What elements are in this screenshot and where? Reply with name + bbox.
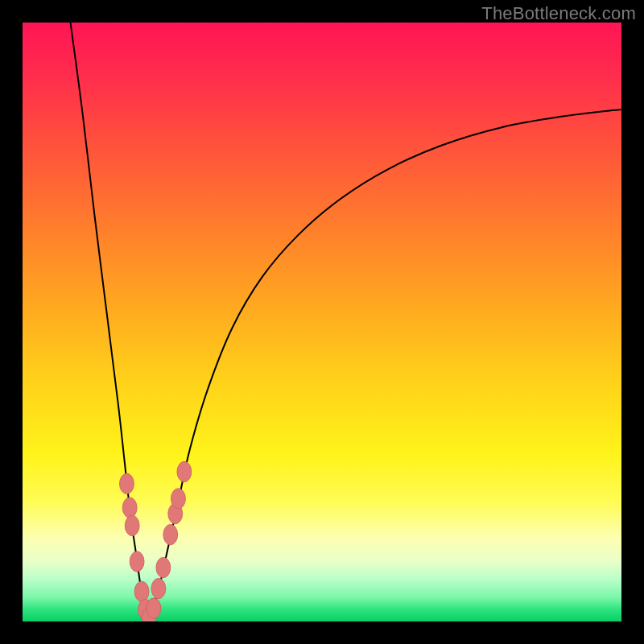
data-marker (171, 489, 186, 509)
data-marker (120, 473, 134, 493)
data-marker (130, 551, 144, 572)
data-marker (125, 515, 139, 535)
bottleneck-curve (71, 23, 621, 618)
data-marker (163, 524, 178, 544)
data-marker (156, 557, 171, 577)
data-marker (122, 497, 137, 518)
watermark-text: TheBottleneck.com (481, 3, 636, 24)
plot-area (23, 23, 621, 621)
data-marker (134, 581, 149, 601)
data-marker (177, 461, 192, 481)
data-marker (147, 598, 161, 618)
chart-svg (23, 23, 621, 621)
outer-frame: TheBottleneck.com (0, 0, 644, 644)
data-marker (151, 578, 166, 598)
